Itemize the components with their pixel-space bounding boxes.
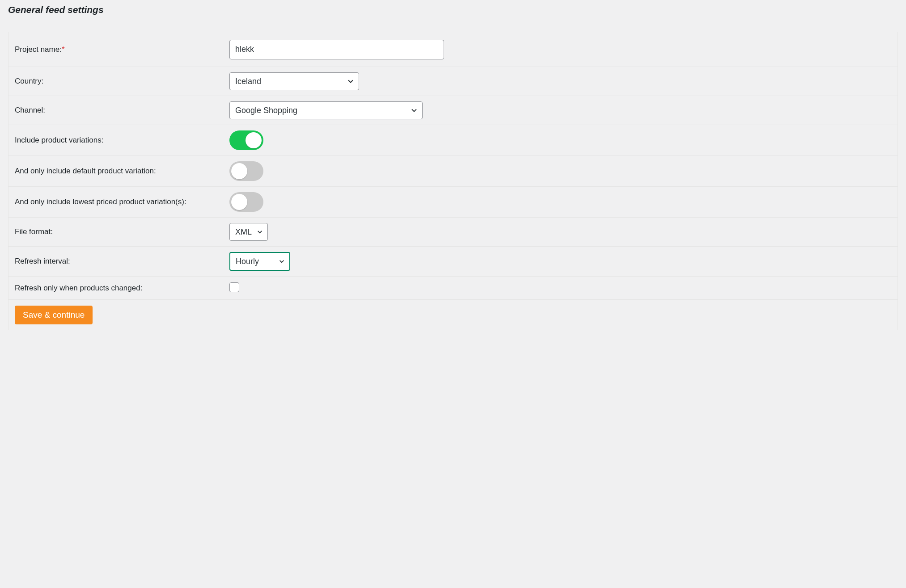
section-title: General feed settings [8, 4, 898, 19]
settings-table: Project name:* Country: Iceland Channel:… [8, 32, 898, 330]
row-refresh-interval: Refresh interval: Hourly [8, 247, 898, 277]
chevron-down-icon [347, 78, 354, 85]
required-asterisk: * [62, 45, 65, 54]
only-lowest-priced-toggle[interactable] [229, 192, 263, 212]
country-value: Iceland [235, 77, 261, 86]
only-lowest-priced-label: And only include lowest priced product v… [15, 197, 229, 206]
chevron-down-icon [279, 258, 285, 265]
label-text: Project name: [15, 45, 62, 54]
row-only-lowest-priced: And only include lowest priced product v… [8, 187, 898, 218]
file-format-select[interactable]: XML [229, 223, 268, 241]
row-refresh-only-changed: Refresh only when products changed: [8, 277, 898, 300]
row-country: Country: Iceland [8, 67, 898, 96]
channel-select[interactable]: Google Shopping [229, 101, 423, 119]
row-file-format: File format: XML [8, 218, 898, 247]
row-only-default-variation: And only include default product variati… [8, 156, 898, 187]
file-format-label: File format: [15, 227, 229, 236]
refresh-interval-value: Hourly [236, 257, 259, 266]
refresh-interval-label: Refresh interval: [15, 257, 229, 266]
refresh-interval-select[interactable]: Hourly [229, 252, 290, 271]
file-format-value: XML [235, 227, 252, 237]
channel-value: Google Shopping [235, 106, 297, 115]
project-name-input[interactable] [229, 40, 444, 59]
row-project-name: Project name:* [8, 32, 898, 67]
project-name-label: Project name:* [15, 45, 229, 54]
chevron-down-icon [257, 229, 263, 235]
country-label: Country: [15, 77, 229, 86]
refresh-only-changed-checkbox[interactable] [229, 282, 239, 292]
country-select[interactable]: Iceland [229, 72, 359, 90]
only-default-variation-label: And only include default product variati… [15, 167, 229, 176]
channel-label: Channel: [15, 106, 229, 115]
include-variations-label: Include product variations: [15, 136, 229, 145]
save-continue-button[interactable]: Save & continue [15, 306, 93, 324]
row-channel: Channel: Google Shopping [8, 96, 898, 125]
footer-row: Save & continue [8, 300, 898, 330]
refresh-only-changed-label: Refresh only when products changed: [15, 284, 229, 293]
chevron-down-icon [411, 107, 418, 114]
row-include-variations: Include product variations: [8, 125, 898, 156]
include-variations-toggle[interactable] [229, 130, 263, 150]
only-default-variation-toggle[interactable] [229, 161, 263, 181]
